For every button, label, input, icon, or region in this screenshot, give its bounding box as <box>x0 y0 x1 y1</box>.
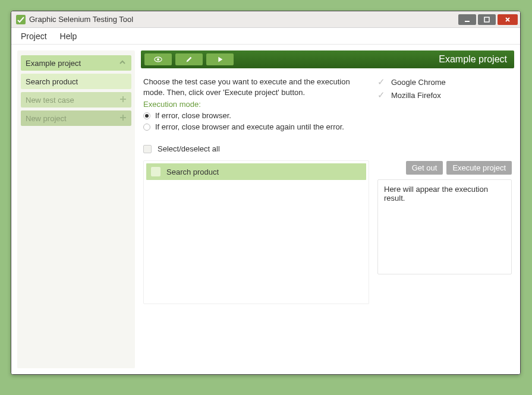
radio-icon <box>143 124 150 131</box>
sidebar-item-new-project[interactable]: New project <box>21 110 131 126</box>
execution-mode-label: Execution mode: <box>143 100 369 109</box>
svg-rect-0 <box>465 21 470 22</box>
instructions-text: Choose the test case you want to execute… <box>143 77 369 97</box>
sidebar-item-label: New test case <box>26 96 74 105</box>
select-all-row[interactable]: Select/deselect all <box>143 144 369 153</box>
sidebar-item-new-testcase[interactable]: New test case <box>21 92 131 108</box>
menu-project[interactable]: Project <box>21 31 47 41</box>
window-controls <box>458 14 518 25</box>
view-button[interactable] <box>144 53 172 65</box>
plus-icon <box>119 96 127 105</box>
app-icon <box>16 15 26 24</box>
sidebar: Example project Search product New test … <box>17 50 135 368</box>
sidebar-item-label: New project <box>26 114 67 123</box>
main-panel: Example project Choose the test case you… <box>141 50 514 368</box>
browser-label: Google Chrome <box>391 78 446 87</box>
exec-mode-option-2[interactable]: If error, close browser and execute agai… <box>143 122 369 131</box>
chevron-up-icon <box>118 58 127 68</box>
maximize-button[interactable] <box>478 14 496 25</box>
header-buttons <box>144 53 234 65</box>
svg-point-3 <box>157 58 159 61</box>
sidebar-item-label: Search product <box>26 77 78 86</box>
page-title: Example project <box>234 54 507 65</box>
sidebar-item-label: Example project <box>26 59 81 68</box>
window-title: Graphic Selenium Testing Tool <box>29 15 458 24</box>
menu-help[interactable]: Help <box>60 31 77 41</box>
checkbox-icon <box>151 167 160 176</box>
app-window: Graphic Selenium Testing Tool Project He… <box>11 11 521 375</box>
sidebar-item-project[interactable]: Example project <box>21 55 131 71</box>
testcase-list: Search product <box>143 160 369 304</box>
content-area: Example project Search product New test … <box>11 45 520 374</box>
radio-label: If error, close browser and execute agai… <box>155 122 344 131</box>
check-icon: ✓ <box>377 90 385 100</box>
testcase-label: Search product <box>166 168 219 176</box>
action-buttons: Get out Execute project <box>377 161 512 175</box>
browser-firefox-row[interactable]: ✓ Mozilla Firefox <box>377 90 512 100</box>
check-icon: ✓ <box>377 77 385 87</box>
getout-button[interactable]: Get out <box>406 161 443 175</box>
play-button[interactable] <box>206 53 234 65</box>
result-box: Here will appear the execution result. <box>377 179 512 274</box>
execute-button[interactable]: Execute project <box>446 161 512 175</box>
left-column: Choose the test case you want to execute… <box>143 77 369 366</box>
exec-mode-option-1[interactable]: If error, close browser. <box>143 111 369 120</box>
browser-label: Mozilla Firefox <box>391 91 441 100</box>
testcase-item[interactable]: Search product <box>146 163 366 180</box>
minimize-button[interactable] <box>458 14 476 25</box>
edit-button[interactable] <box>175 53 203 65</box>
radio-icon <box>143 112 150 119</box>
plus-icon <box>119 114 127 123</box>
browser-chrome-row[interactable]: ✓ Google Chrome <box>377 77 512 87</box>
close-button[interactable] <box>498 14 518 25</box>
checkbox-icon <box>143 145 152 153</box>
svg-rect-1 <box>484 17 489 22</box>
header-bar: Example project <box>141 50 514 68</box>
body-area: Choose the test case you want to execute… <box>141 68 514 368</box>
select-all-label: Select/deselect all <box>158 144 220 153</box>
result-placeholder: Here will appear the execution result. <box>384 185 488 203</box>
radio-label: If error, close browser. <box>155 111 231 120</box>
right-column: ✓ Google Chrome ✓ Mozilla Firefox Get ou… <box>377 77 512 366</box>
titlebar: Graphic Selenium Testing Tool <box>11 11 520 28</box>
sidebar-item-testcase[interactable]: Search product <box>21 74 131 89</box>
menubar: Project Help <box>11 28 520 45</box>
